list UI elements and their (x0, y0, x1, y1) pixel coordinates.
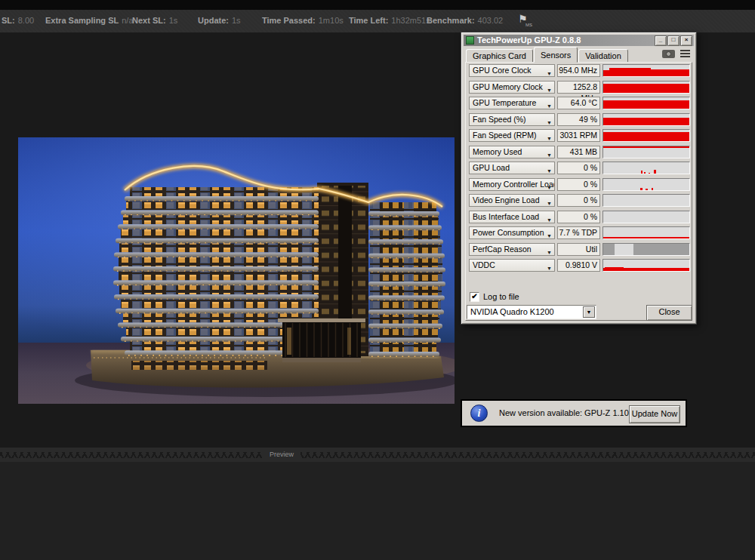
sensor-select[interactable]: Power Consumption▼ (469, 226, 555, 239)
chevron-down-icon: ▼ (547, 182, 552, 191)
sensor-select[interactable]: VDDC▼ (469, 259, 555, 272)
chevron-down-icon: ▼ (547, 198, 552, 207)
update-banner-text: New version available: GPU-Z 1.10.0 (499, 408, 636, 417)
sensor-select[interactable]: GPU Core Clock▼ (469, 64, 555, 77)
tab-graphics-card[interactable]: Graphics Card (466, 49, 533, 63)
graph-segment (603, 146, 689, 148)
close-window-button[interactable]: × (680, 35, 692, 46)
close-button[interactable]: Close (646, 305, 692, 321)
rendered-image (18, 137, 455, 404)
graph-segment (615, 237, 619, 238)
sensor-graph (602, 226, 690, 239)
graph-segment (651, 69, 689, 76)
chevron-down-icon: ▼ (547, 247, 552, 256)
sensor-value: 0 % (557, 162, 600, 174)
device-select-arrow-icon[interactable]: ▼ (583, 306, 595, 318)
stat-item: Time Left:1h32m51s (349, 16, 430, 25)
sensor-select[interactable]: Memory Used▼ (469, 146, 555, 158)
stat-item: SL:8.00 (2, 16, 34, 25)
menu-icon[interactable] (680, 50, 690, 58)
divider-hatch (0, 452, 755, 458)
sensor-select[interactable]: Bus Interface Load▼ (469, 211, 555, 223)
graph-segment (603, 100, 689, 109)
stat-value: 8.00 (18, 16, 34, 25)
sensor-value: 64.0 °C (557, 97, 600, 109)
tab-sensors[interactable]: Sensors (534, 47, 578, 63)
sensor-value: 1252.8 MHz (557, 81, 600, 94)
stat-label: Time Left: (349, 16, 388, 25)
stat-value: 1m10s (319, 16, 344, 25)
sensor-graph (602, 259, 690, 272)
update-now-button[interactable]: Update Now (629, 405, 680, 423)
minimize-button[interactable]: _ (655, 35, 667, 46)
sensor-select[interactable]: PerfCap Reason▼ (469, 243, 555, 256)
chevron-down-icon: ▼ (547, 263, 552, 272)
sensor-value: 431 MB (557, 146, 600, 158)
sensor-value: 49 % (557, 113, 600, 126)
sensor-graph (602, 81, 690, 94)
device-select[interactable]: NVIDIA Quadro K1200 ▼ (467, 305, 596, 319)
graph-segment (641, 171, 643, 174)
log-to-file-label: Log to file (483, 292, 519, 302)
sensor-graph (602, 97, 690, 109)
chevron-down-icon: ▼ (547, 85, 552, 94)
sensor-value: 954.0 MHz (557, 64, 600, 77)
graph-segment (627, 238, 631, 238)
gpuz-titlebar[interactable]: TechPowerUp GPU-Z 0.8.8 _ □ × (464, 35, 694, 46)
graph-segment (603, 118, 689, 125)
graph-segment (603, 132, 689, 141)
chevron-down-icon: ▼ (547, 133, 552, 142)
sensor-value: 0.9810 V (557, 259, 600, 272)
screenshot-camera-icon[interactable] (662, 50, 675, 58)
sensor-select[interactable]: GPU Load▼ (469, 162, 555, 174)
graph-segment (652, 188, 653, 190)
gpuz-window: TechPowerUp GPU-Z 0.8.8 _ □ × Graphics C… (461, 32, 697, 325)
stat-item: Next SL:1s (132, 16, 177, 25)
stat-label: Extra Sampling SL (45, 16, 119, 25)
chevron-down-icon: ▼ (547, 117, 552, 126)
stat-label: Benchmark: (427, 16, 475, 25)
chevron-down-icon: ▼ (547, 165, 552, 174)
sensor-select[interactable]: GPU Memory Clock▼ (469, 81, 555, 94)
sensor-value: 7.7 % TDP (557, 226, 600, 239)
render-canvas: TechPowerUp GPU-Z 0.8.8 _ □ × Graphics C… (0, 32, 755, 448)
sensor-select[interactable]: Video Engine Load▼ (469, 194, 555, 207)
graph-segment (654, 170, 656, 174)
chevron-down-icon: ▼ (547, 230, 552, 239)
restore-button[interactable]: □ (667, 35, 680, 46)
chevron-down-icon: ▼ (547, 68, 552, 77)
sensor-value: 0 % (557, 211, 600, 223)
sensor-graph (602, 194, 690, 207)
sensor-graph (602, 211, 690, 223)
sensor-select[interactable]: Fan Speed (RPM)▼ (469, 129, 555, 142)
stat-label: Time Passed: (262, 16, 316, 25)
sensor-select[interactable]: Fan Speed (%)▼ (469, 113, 555, 126)
sensor-value: Util (557, 243, 600, 256)
preview-label: Preview (263, 451, 300, 458)
preview-divider: Preview (0, 448, 755, 462)
sensor-value: 3031 RPM (557, 129, 600, 142)
ms-flag-icon[interactable]: ⚑ MS (518, 12, 535, 30)
stat-item: Update:1s (198, 16, 241, 25)
graph-segment (605, 267, 624, 271)
stat-value: 1h32m51s (391, 16, 430, 25)
log-to-file-checkbox[interactable]: ✔ (470, 292, 479, 302)
sensor-select[interactable]: Memory Controller Load▼ (469, 178, 555, 191)
stat-label: SL: (2, 16, 15, 25)
graph-segment (633, 244, 689, 255)
stat-value: 1s (232, 16, 241, 25)
graph-segment (603, 70, 609, 76)
stat-label: Next SL: (132, 16, 166, 25)
tab-validation[interactable]: Validation (578, 49, 628, 63)
sensor-select[interactable]: GPU Temperature▼ (469, 97, 555, 109)
chevron-down-icon: ▼ (547, 214, 552, 223)
graph-segment (644, 172, 646, 174)
app-window: ⚑ MS SL:8.00Extra Sampling SLn/aNext SL:… (0, 0, 755, 560)
sensor-graph (602, 178, 690, 191)
stat-item: Benchmark:403.02 (427, 16, 503, 25)
sensor-graph (602, 113, 690, 126)
sensor-graph (602, 243, 690, 256)
chevron-down-icon: ▼ (547, 149, 552, 158)
sensor-graph (602, 129, 690, 142)
stat-item: Time Passed:1m10s (262, 16, 344, 25)
